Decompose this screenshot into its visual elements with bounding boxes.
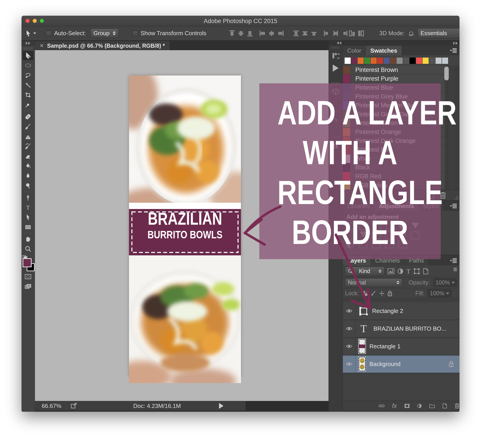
distribute-hcenter-icon[interactable] <box>332 30 339 37</box>
panel-menu-icon[interactable] <box>450 48 457 54</box>
filter-shape-layers-icon[interactable] <box>413 268 420 274</box>
lock-position-icon[interactable] <box>379 291 384 296</box>
visibility-cell[interactable] <box>343 338 356 355</box>
link-layers-icon[interactable] <box>379 404 384 408</box>
layer-name[interactable]: BRAZILIAN BURRITO BO... <box>374 325 446 332</box>
visibility-cell[interactable] <box>343 356 356 373</box>
pen-tool[interactable] <box>22 193 34 203</box>
resize-grip-icon[interactable] <box>454 195 458 200</box>
image-layer-thumbnail[interactable] <box>359 357 365 371</box>
swatch-chip[interactable] <box>383 58 390 64</box>
blur-tool[interactable] <box>22 171 34 181</box>
doc-size-info[interactable]: Doc: 4.23M/16.1M <box>133 402 181 410</box>
paint-bucket-tool[interactable] <box>22 161 34 171</box>
filter-pixel-layers-icon[interactable] <box>388 268 394 274</box>
auto-select-checkbox[interactable] <box>46 30 52 36</box>
filter-smart-objects-icon[interactable] <box>423 268 428 274</box>
align-bottom-edges-icon[interactable] <box>247 30 253 37</box>
hand-tool[interactable] <box>22 234 34 244</box>
add-mask-icon[interactable] <box>404 403 410 409</box>
dock-header[interactable] <box>343 41 459 46</box>
dodge-tool[interactable] <box>22 181 34 191</box>
title-banner[interactable]: BRAZILIAN BURRITO BOWLS <box>129 209 241 255</box>
zoom-tool[interactable] <box>22 244 34 254</box>
panel-grip[interactable] <box>24 47 32 49</box>
filter-type-layers-icon[interactable]: T <box>406 267 410 275</box>
panel-menu-icon[interactable] <box>450 258 457 264</box>
new-group-icon[interactable] <box>429 403 435 409</box>
magic-wand-tool[interactable] <box>22 80 34 90</box>
foreground-color-swatch[interactable] <box>23 258 31 267</box>
layer-row-rectangle2[interactable]: Rectangle 2 <box>343 302 459 320</box>
swatch-item[interactable]: Pinterest Purple <box>343 75 445 84</box>
tools-panel-header[interactable] <box>22 41 35 46</box>
eraser-tool[interactable] <box>22 151 34 161</box>
swatch-chip[interactable] <box>442 58 448 64</box>
layer-row-rectangle1[interactable]: Rectangle 1 <box>343 338 459 356</box>
swatch-chip[interactable] <box>436 58 442 64</box>
history-brush-tool[interactable] <box>22 141 34 151</box>
screen-mode-button[interactable] <box>22 281 34 291</box>
zoom-level[interactable]: 66.67% <box>42 402 61 410</box>
align-horizontal-centers-icon[interactable] <box>268 30 275 37</box>
filter-toggle[interactable] <box>453 267 457 275</box>
align-vertical-centers-icon[interactable] <box>238 30 244 37</box>
swatch-chip[interactable] <box>410 58 416 64</box>
shape-layer-thumbnail[interactable] <box>359 306 368 316</box>
distribute-bottom-icon[interactable] <box>311 30 317 37</box>
tab-color[interactable]: Color <box>343 46 366 55</box>
eyedropper-tool[interactable] <box>22 100 34 110</box>
share-export-icon[interactable] <box>71 403 77 409</box>
move-tool[interactable] <box>22 51 34 61</box>
rectangle-tool[interactable] <box>22 222 34 232</box>
swatch-item[interactable]: Pinterest Brown <box>343 66 445 75</box>
swatch-chip[interactable] <box>429 58 435 64</box>
swatch-chip[interactable] <box>364 58 370 64</box>
visibility-cell[interactable] <box>343 320 356 337</box>
distribute-top-icon[interactable] <box>293 30 299 37</box>
filter-adjustment-layers-icon[interactable] <box>398 268 403 274</box>
swatch-chip[interactable] <box>422 58 428 64</box>
panel-menu-icon[interactable] <box>450 203 457 209</box>
distribute-hspace-icon[interactable] <box>358 30 364 37</box>
actions-panel-button[interactable] <box>331 63 341 73</box>
healing-brush-tool[interactable] <box>22 112 34 122</box>
mode-3d-dropdown[interactable]: Essentials <box>418 29 459 38</box>
swatch-chip[interactable] <box>358 58 364 64</box>
text-layer-thumbnail[interactable]: T <box>361 323 367 335</box>
fill-value[interactable]: 100% <box>428 289 452 297</box>
active-tool-option[interactable] <box>25 26 36 40</box>
panel-grip[interactable] <box>332 47 340 49</box>
distribute-vcenter-icon[interactable] <box>302 30 308 37</box>
distribute-left-icon[interactable] <box>323 30 330 37</box>
status-play-icon[interactable] <box>219 403 224 409</box>
blend-mode-dropdown[interactable]: Normal <box>345 278 402 287</box>
layer-name[interactable]: Rectangle 1 <box>369 343 401 350</box>
new-layer-icon[interactable] <box>443 402 447 409</box>
align-top-edges-icon[interactable] <box>229 30 235 37</box>
layer-style-button[interactable]: fx <box>392 402 397 410</box>
quick-mask-button[interactable] <box>22 272 34 281</box>
swatch-chip[interactable] <box>403 58 409 64</box>
swatch-chip[interactable] <box>377 58 383 64</box>
swatch-chip[interactable] <box>390 58 396 64</box>
title-bar[interactable]: Adobe Photoshop CC 2015 <box>22 16 459 26</box>
align-left-edges-icon[interactable] <box>259 30 266 37</box>
delete-layer-icon[interactable] <box>455 402 459 410</box>
history-panel-button[interactable] <box>331 51 341 61</box>
clone-stamp-tool[interactable] <box>22 131 34 141</box>
marquee-tool[interactable] <box>22 61 34 70</box>
opacity-value[interactable]: 100% <box>433 278 457 287</box>
tab-swatches[interactable]: Swatches <box>366 46 402 55</box>
lock-transparency-icon[interactable] <box>362 291 368 296</box>
lasso-tool[interactable] <box>22 70 34 80</box>
lock-all-icon[interactable] <box>388 290 392 296</box>
layer-name[interactable]: Background <box>369 361 401 368</box>
type-tool[interactable]: T <box>22 203 34 212</box>
close-tab-icon[interactable]: × <box>40 42 44 49</box>
swatch-chip[interactable] <box>345 58 351 64</box>
show-transform-checkbox[interactable] <box>132 30 138 36</box>
distribute-vspace-icon[interactable] <box>349 30 355 37</box>
collapsed-strip-header[interactable] <box>329 41 343 45</box>
swatch-chip[interactable] <box>371 58 377 64</box>
